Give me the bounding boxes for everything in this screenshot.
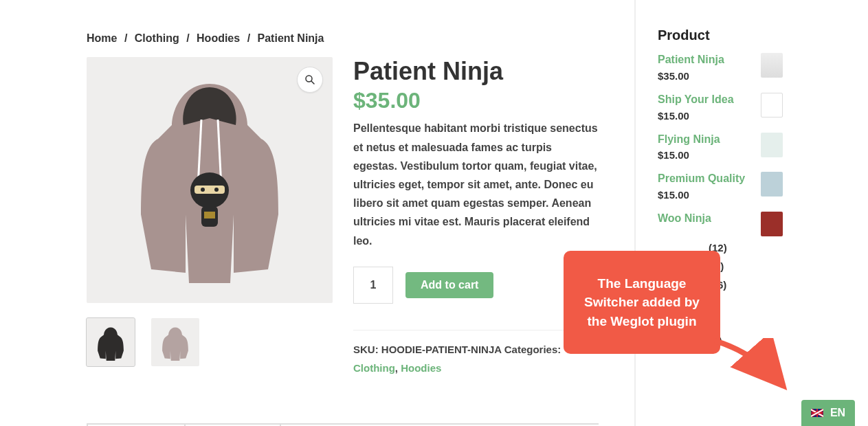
- crumb-current: Patient Ninja: [258, 32, 324, 44]
- sidebar-heading-product: Product: [658, 27, 783, 43]
- product-thumb[interactable]: [87, 318, 135, 366]
- zoom-button[interactable]: [297, 67, 323, 93]
- flag-uk-icon: [811, 409, 823, 417]
- sidebar-product-title: Flying Ninja: [658, 133, 761, 147]
- search-icon: [304, 74, 316, 86]
- product-gallery: [87, 57, 333, 377]
- crumb-sep: /: [186, 32, 189, 44]
- meta-separator: [353, 330, 599, 330]
- sidebar-product-thumb: [761, 172, 783, 197]
- product-details: Patient Ninja $35.00 Pellentesque habita…: [353, 57, 599, 377]
- product-description: Pellentesque habitant morbi tristique se…: [353, 119, 599, 249]
- language-label: EN: [830, 407, 845, 419]
- sidebar-product-price: $35.00: [658, 70, 761, 82]
- sidebar-product-thumb: [761, 212, 783, 236]
- hoodie-illustration: [120, 77, 299, 283]
- product-thumb[interactable]: [151, 318, 199, 366]
- sidebar-product-title: Ship Your Idea: [658, 93, 761, 107]
- quantity-input[interactable]: [353, 267, 393, 304]
- svg-point-0: [306, 76, 312, 82]
- svg-rect-9: [204, 212, 215, 218]
- sidebar-product-title: Woo Ninja: [658, 212, 761, 226]
- cat-sep: ,: [395, 362, 401, 374]
- annotation-callout: The Language Switcher added by the Weglo…: [564, 251, 720, 354]
- sidebar-product-title: Premium Quality: [658, 172, 761, 186]
- sidebar-product-thumb: [761, 93, 783, 117]
- sidebar-product-price: $15.00: [658, 189, 761, 201]
- sidebar-divider: [634, 0, 636, 426]
- sidebar-product-item[interactable]: Woo Ninja: [658, 212, 783, 236]
- sidebar-product-price: $15.00: [658, 149, 761, 161]
- sidebar-product-item[interactable]: Ship Your Idea$15.00: [658, 93, 783, 128]
- category-link-hoodies[interactable]: Hoodies: [401, 362, 441, 374]
- product-title: Patient Ninja: [353, 57, 599, 85]
- sidebar-product-thumb: [761, 133, 783, 157]
- product-meta: SKU: HOODIE-PATIENT-NINJA Categories: Cl…: [353, 340, 599, 377]
- svg-line-1: [311, 81, 314, 84]
- svg-rect-5: [194, 186, 225, 194]
- add-to-cart-button[interactable]: Add to cart: [405, 272, 493, 298]
- crumb-home[interactable]: Home: [87, 32, 117, 44]
- crumb-sep: /: [124, 32, 127, 44]
- crumb-clothing[interactable]: Clothing: [135, 32, 179, 44]
- tab-divider: [184, 423, 186, 426]
- sidebar-product-item[interactable]: Flying Ninja$15.00: [658, 133, 783, 168]
- language-switcher[interactable]: EN: [801, 400, 855, 426]
- breadcrumb: Home / Clothing / Hoodies / Patient Ninj…: [87, 32, 599, 45]
- category-link-clothing[interactable]: Clothing: [353, 362, 395, 374]
- sidebar-product-item[interactable]: Premium Quality$15.00: [658, 172, 783, 208]
- svg-point-7: [214, 188, 219, 192]
- svg-point-6: [201, 188, 205, 192]
- sku-label: SKU:: [353, 344, 381, 355]
- tabs-separator: [87, 423, 599, 425]
- crumb-sep: /: [247, 32, 250, 44]
- sidebar-product-thumb: [761, 53, 783, 78]
- sidebar-product-price: $15.00: [658, 110, 761, 122]
- sku-value: HOODIE-PATIENT-NINJA: [381, 344, 502, 355]
- tab-divider: [87, 423, 88, 426]
- product-page: Home / Clothing / Hoodies / Patient Ninj…: [87, 32, 599, 377]
- sidebar-product-item[interactable]: Patient Ninja$35.00: [658, 53, 783, 89]
- product-image-main[interactable]: [87, 57, 333, 303]
- tab-divider: [280, 423, 281, 426]
- crumb-hoodies[interactable]: Hoodies: [197, 32, 240, 44]
- sidebar-product-title: Patient Ninja: [658, 53, 761, 67]
- cats-label: Categories:: [502, 344, 561, 355]
- product-price: $35.00: [353, 88, 599, 113]
